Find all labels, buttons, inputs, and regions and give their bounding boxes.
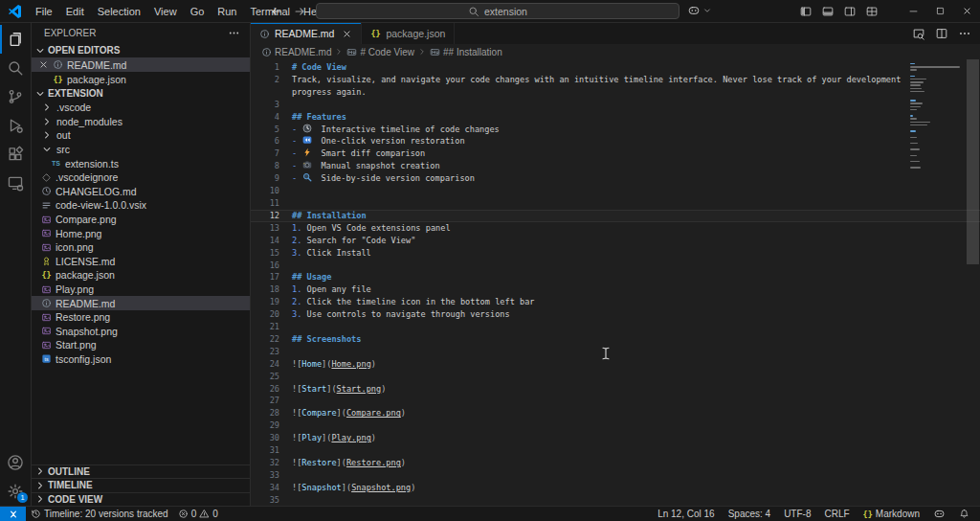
tab-package-json[interactable]: {} package.json — [362, 23, 455, 44]
eol-status[interactable]: CRLF — [821, 509, 852, 519]
copilot-status[interactable] — [930, 508, 948, 520]
editor-line-6[interactable]: 6- One-click version restoration — [251, 135, 980, 147]
close-editor-icon[interactable] — [38, 59, 49, 70]
editor-line-34[interactable]: 34![Snapshot](Snapshot.png) — [251, 482, 980, 494]
editor-line-25[interactable]: 25 — [251, 371, 980, 383]
activity-manage[interactable]: 1 — [0, 477, 31, 506]
more-actions-icon[interactable] — [958, 27, 971, 40]
timeline-status[interactable]: Timeline: 20 versions tracked — [26, 507, 173, 521]
editor-line-24[interactable]: 24![Home](Home.png) — [251, 358, 980, 371]
open-preview-icon[interactable] — [912, 27, 925, 40]
activity-search[interactable] — [0, 54, 31, 82]
menu-edit[interactable]: Edit — [59, 1, 91, 22]
tree-item-snapshot-png[interactable]: Snapshot.png — [32, 325, 250, 339]
editor-line-15[interactable]: 153. Click Install — [251, 247, 980, 260]
editor-line-20[interactable]: 203. Use controls to navigate through ve… — [251, 308, 980, 321]
views-more-actions-icon[interactable] — [228, 27, 240, 39]
editor-line-13[interactable]: 131. Open VS Code extensions panel — [251, 222, 980, 235]
tree-item-code-view-1-0-0-vsix[interactable]: code-view-1.0.0.vsix — [32, 198, 250, 213]
editor-line-19[interactable]: 192. Click the timeline icon in the bott… — [251, 296, 980, 308]
editor-line-17[interactable]: 17## Usage — [251, 271, 980, 283]
tree-item-restore-png[interactable]: Restore.png — [32, 310, 250, 325]
activity-extensions[interactable] — [0, 140, 31, 169]
editor-line-21[interactable]: 21 — [251, 321, 980, 333]
editor-line-16[interactable]: 16 — [251, 260, 980, 272]
vertical-scrollbar[interactable] — [967, 59, 979, 506]
tree-item-tsconfig-json[interactable]: tstsconfig.json — [32, 352, 250, 367]
tree-item-compare-png[interactable]: Compare.png — [32, 213, 250, 227]
close-button[interactable] — [953, 0, 980, 23]
tree-item-icon-png[interactable]: icon.png — [32, 240, 250, 255]
editor-line-7[interactable]: 7- Smart diff comparison — [251, 147, 980, 160]
editor-line-9[interactable]: 9- Side-by-side version comparison — [251, 172, 980, 185]
editor-line-26[interactable]: 26![Start](Start.png) — [251, 383, 980, 396]
toggle-secondary-sidebar-icon[interactable] — [843, 5, 857, 18]
tree-item-start-png[interactable]: Start.png — [32, 338, 250, 352]
editor-line-8[interactable]: 8- Manual snapshot creation — [251, 160, 980, 172]
breadcrumb-item[interactable]: README.md — [275, 47, 331, 57]
editor-line-30[interactable]: 30![Play](Play.png) — [251, 432, 980, 444]
editor-line-5[interactable]: 5- Interactive timeline of code changes — [251, 124, 980, 136]
editor-line-31[interactable]: 31 — [251, 444, 980, 457]
editor-line-3[interactable]: 3 — [251, 99, 980, 111]
open-editor-package-json[interactable]: {}package.json — [32, 72, 250, 86]
tree-item-license-md[interactable]: LICENSE.md — [32, 255, 250, 269]
split-editor-icon[interactable] — [935, 27, 948, 40]
tree-item-vscode[interactable]: .vscode — [32, 101, 250, 115]
toggle-primary-sidebar-icon[interactable] — [799, 5, 813, 18]
tree-item-vscodeignore[interactable]: .vscodeignore — [32, 170, 250, 185]
editor-body[interactable]: 1# Code View2Track, visualize, and navig… — [251, 59, 980, 506]
notifications[interactable] — [956, 509, 972, 519]
encoding-status[interactable]: UTF-8 — [781, 509, 813, 519]
tree-item-package-json[interactable]: {}package.json — [32, 268, 250, 283]
tree-item-readme-md[interactable]: README.md — [32, 296, 250, 310]
open-editor-readme-md[interactable]: README.md — [32, 57, 250, 72]
breadcrumb-item[interactable]: ## Installation — [443, 47, 502, 57]
language-mode[interactable]: {} Markdown — [860, 509, 923, 519]
menu-view[interactable]: View — [147, 1, 184, 22]
workspace-section-header[interactable]: EXTENSION — [32, 86, 250, 101]
editor-line-14[interactable]: 142. Search for "Code View" — [251, 235, 980, 247]
forward-icon[interactable] — [293, 5, 306, 18]
indentation-status[interactable]: Spaces: 4 — [725, 509, 773, 519]
editor-line-12[interactable]: 12## Installation — [251, 210, 980, 222]
menu-go[interactable]: Go — [184, 1, 212, 22]
minimize-button[interactable] — [900, 0, 926, 23]
activity-run-and-debug[interactable] — [0, 111, 31, 140]
activity-remote-explorer[interactable] — [0, 169, 31, 197]
editor-line-2[interactable]: 2Track, visualize, and navigate your cod… — [251, 74, 980, 99]
editor-line-32[interactable]: 32![Restore](Restore.png) — [251, 457, 980, 469]
tree-item-extension-ts[interactable]: TSextension.ts — [32, 156, 250, 170]
editor-line-27[interactable]: 27 — [251, 395, 980, 407]
tree-item-changelog-md[interactable]: CHANGELOG.md — [32, 185, 250, 199]
editor-line-18[interactable]: 181. Open any file — [251, 283, 980, 296]
section-code-view[interactable]: CODE VIEW — [32, 492, 250, 507]
editor-line-1[interactable]: 1# Code View — [251, 61, 980, 74]
tree-item-play-png[interactable]: Play.png — [32, 283, 250, 297]
close-tab-icon[interactable] — [342, 29, 352, 39]
section-outline[interactable]: OUTLINE — [32, 464, 250, 479]
problems-status[interactable]: 0 0 — [173, 507, 223, 521]
tree-item-node-modules[interactable]: node_modules — [32, 115, 250, 129]
menu-file[interactable]: File — [29, 1, 59, 22]
toggle-panel-icon[interactable] — [821, 5, 835, 18]
section-timeline[interactable]: TIMELINE — [32, 478, 250, 492]
cursor-position[interactable]: Ln 12, Col 16 — [655, 509, 718, 519]
editor-line-29[interactable]: 29 — [251, 419, 980, 432]
editor-line-35[interactable]: 35 — [251, 494, 980, 506]
editor-line-4[interactable]: 4## Features — [251, 111, 980, 124]
command-center-search[interactable]: extension — [316, 3, 679, 19]
copilot-menu[interactable] — [687, 4, 712, 17]
editor-line-10[interactable]: 10 — [251, 185, 980, 197]
editor-line-28[interactable]: 28![Compare](Compare.png) — [251, 407, 980, 419]
editor-line-11[interactable]: 11 — [251, 197, 980, 210]
activity-accounts[interactable] — [0, 448, 31, 477]
editor-line-22[interactable]: 22## Screenshots — [251, 333, 980, 346]
activity-source-control[interactable] — [0, 82, 31, 111]
menu-run[interactable]: Run — [211, 1, 243, 22]
remote-indicator[interactable] — [0, 507, 26, 521]
activity-explorer[interactable] — [0, 25, 31, 54]
minimap[interactable] — [910, 63, 964, 173]
maximize-button[interactable] — [926, 0, 953, 23]
scrollbar-thumb[interactable] — [967, 59, 979, 264]
